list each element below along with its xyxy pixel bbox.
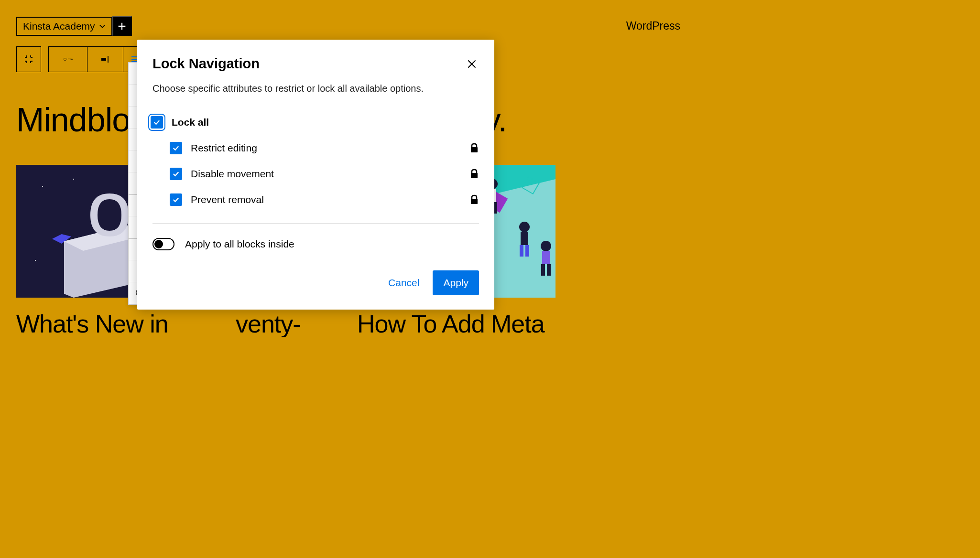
toolbar-compass-button[interactable] xyxy=(48,46,87,72)
brand-label: WordPress xyxy=(626,20,680,32)
svg-point-7 xyxy=(42,186,43,187)
restrict-editing-label: Restrict editing xyxy=(191,142,257,154)
svg-point-1 xyxy=(68,58,68,59)
check-icon xyxy=(152,118,161,127)
svg-point-3 xyxy=(68,60,68,60)
apply-button[interactable]: Apply xyxy=(433,270,479,295)
restrict-editing-checkbox[interactable] xyxy=(170,142,182,154)
svg-rect-40 xyxy=(471,173,478,178)
check-icon xyxy=(172,170,180,178)
post-title: How To Add Meta xyxy=(357,311,555,337)
lock-icon xyxy=(469,169,479,179)
lock-icon xyxy=(469,194,479,205)
check-icon xyxy=(172,195,180,204)
divider xyxy=(152,223,479,224)
apply-inside-toggle[interactable] xyxy=(152,238,174,250)
svg-rect-41 xyxy=(471,199,478,204)
svg-rect-37 xyxy=(541,264,545,276)
lock-all-checkbox[interactable] xyxy=(151,116,163,129)
navigation-icon xyxy=(23,54,34,65)
svg-point-8 xyxy=(73,179,74,180)
close-button[interactable] xyxy=(465,57,479,71)
chevron-down-icon xyxy=(99,23,106,30)
lock-navigation-modal: Lock Navigation Choose specific attribut… xyxy=(137,40,494,310)
svg-rect-38 xyxy=(547,264,551,276)
svg-rect-34 xyxy=(525,245,529,257)
toggle-knob xyxy=(154,240,163,248)
align-icon xyxy=(99,54,111,65)
site-nav-dropdown[interactable]: Kinsta Academy xyxy=(16,17,112,36)
post-title: venty- xyxy=(236,311,336,337)
svg-rect-39 xyxy=(471,147,478,152)
disable-movement-label: Disable movement xyxy=(191,168,274,180)
prevent-removal-label: Prevent removal xyxy=(191,194,264,205)
cancel-button[interactable]: Cancel xyxy=(384,271,423,294)
post-title: What's New in xyxy=(16,311,215,337)
prevent-removal-checkbox[interactable] xyxy=(170,193,182,206)
svg-rect-36 xyxy=(542,251,550,264)
modal-description: Choose specific attributes to restrict o… xyxy=(152,83,479,94)
svg-rect-32 xyxy=(521,232,528,245)
modal-title: Lock Navigation xyxy=(152,56,260,72)
lock-icon xyxy=(469,143,479,153)
svg-point-2 xyxy=(69,58,69,59)
svg-point-35 xyxy=(541,241,551,251)
toolbar-align-button[interactable] xyxy=(87,46,123,72)
svg-rect-5 xyxy=(101,58,106,61)
apply-inside-label: Apply to all blocks inside xyxy=(185,238,294,250)
plus-icon xyxy=(117,21,127,32)
nav-dropdown-label: Kinsta Academy xyxy=(23,21,95,32)
close-icon xyxy=(466,58,478,70)
disable-movement-checkbox[interactable] xyxy=(170,168,182,180)
compass-icon xyxy=(62,54,74,65)
svg-point-31 xyxy=(519,222,530,232)
lock-all-label: Lock all xyxy=(172,117,209,128)
svg-point-4 xyxy=(69,60,69,60)
add-block-button[interactable] xyxy=(112,16,132,36)
svg-rect-33 xyxy=(520,245,523,257)
toolbar-navigation-icon-button[interactable] xyxy=(16,46,41,72)
svg-point-11 xyxy=(35,260,36,261)
check-icon xyxy=(172,144,180,152)
